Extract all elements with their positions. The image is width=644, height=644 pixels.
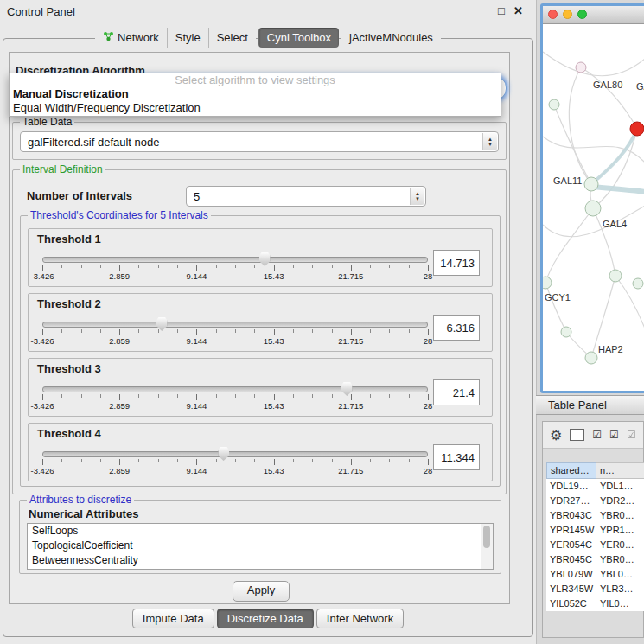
threshold-4-value-field[interactable]: 11.344 (433, 444, 480, 470)
node-gcy1[interactable] (543, 277, 552, 289)
node-label-partial: GA (636, 81, 644, 92)
cell[interactable]: YBL079W (546, 567, 596, 582)
traffic-light-minimize-icon[interactable] (563, 10, 572, 19)
slider-track[interactable] (42, 386, 428, 392)
threshold-1-slider[interactable]: -3.426 2.859 9.144 15.43 21.715 28 (42, 250, 428, 284)
tab-infer-network[interactable]: Infer Network (316, 609, 404, 628)
interval-definition-group: Interval Definition Number of Intervals … (12, 169, 507, 494)
cell[interactable]: YIL052C (546, 596, 596, 611)
threshold-label: Threshold 1 (37, 233, 483, 246)
slider-ticks (42, 459, 428, 462)
table-row[interactable]: YPR145WYPR1… (546, 523, 644, 538)
checkbox-icon[interactable]: ☑ (609, 429, 619, 441)
table-row[interactable]: YDR27…YDR2… (546, 494, 644, 508)
table-row[interactable]: YDL19…YDL1… (546, 479, 644, 494)
checkbox-icon[interactable]: ☑ (592, 429, 602, 441)
traffic-light-zoom-icon[interactable] (577, 10, 587, 19)
threshold-3-slider[interactable]: -3.426 2.859 9.144 15.43 21.715 28 (42, 379, 428, 414)
cell[interactable]: YBR043C (546, 508, 596, 523)
tick-label: 15.43 (264, 466, 284, 475)
tick-label: 21.715 (338, 271, 363, 281)
combo-stepper-icon[interactable]: ▲ ▼ (482, 133, 497, 150)
cell[interactable]: YBR0… (596, 552, 644, 567)
dropdown-option-manual-discretization[interactable]: Manual Discretization (10, 87, 501, 101)
major-tick (196, 394, 197, 400)
node[interactable] (609, 270, 622, 282)
node-selected-red[interactable] (630, 122, 644, 136)
slider-track[interactable] (42, 451, 428, 457)
traffic-light-close-icon[interactable] (548, 10, 558, 19)
list-item-topologicalcoefficient[interactable]: TopologicalCoefficient (28, 539, 493, 553)
tab-discretize-data[interactable]: Discretize Data (217, 609, 314, 628)
tab-style[interactable]: Style (167, 28, 208, 48)
cell[interactable]: YLR345W (546, 582, 596, 596)
close-window-icon[interactable]: ✕ (513, 4, 523, 17)
combo-stepper-icon[interactable]: ▲ ▼ (410, 188, 424, 205)
node-gal80[interactable] (576, 62, 586, 73)
tab-cyni-toolbox[interactable]: Cyni Toolbox (258, 28, 339, 48)
apply-button[interactable]: Apply (233, 581, 290, 602)
num-intervals-value: 5 (194, 187, 200, 206)
cell[interactable]: YER054C (546, 538, 596, 552)
table-row[interactable]: YBL079WYBL0… (546, 567, 644, 582)
threshold-2-value-field[interactable]: 6.316 (433, 315, 480, 341)
cell[interactable]: YBR0… (596, 508, 644, 523)
slider-ticks (42, 265, 428, 268)
network-view-titlebar (543, 6, 644, 24)
gear-icon[interactable]: ⚙ (550, 427, 562, 443)
node-hap2[interactable] (585, 352, 597, 364)
cell[interactable]: YPR145W (546, 523, 596, 538)
column-header-shared-name[interactable]: shared… (546, 462, 596, 479)
node-gal4[interactable] (585, 201, 601, 216)
cell[interactable]: YDR27… (546, 494, 596, 508)
cell[interactable]: YDR2… (596, 494, 644, 508)
num-intervals-combobox[interactable]: 5 ▲ ▼ (186, 186, 426, 207)
threshold-4-slider[interactable]: -3.426 2.859 9.144 15.43 21.715 28 (42, 444, 428, 479)
cell[interactable]: YBR045C (546, 552, 596, 567)
cell[interactable]: YIL0… (596, 596, 644, 611)
cell[interactable]: YER0… (596, 538, 644, 552)
node[interactable] (561, 327, 571, 337)
tab-network[interactable]: Network (95, 28, 167, 48)
tab-jactivemnodules[interactable]: jActiveMNodules (341, 28, 441, 48)
table-row[interactable]: YBR043CYBR0… (546, 508, 644, 523)
node-gal11[interactable] (584, 177, 598, 191)
slider-track[interactable] (42, 322, 428, 328)
column-header-name[interactable]: n… (596, 462, 644, 479)
checkbox-icon[interactable]: ☑ (627, 429, 636, 441)
list-item-selfloops[interactable]: SelfLoops (28, 524, 493, 539)
major-tick (428, 265, 429, 271)
cell[interactable]: YDL1… (596, 479, 644, 494)
float-window-icon[interactable]: □ (498, 4, 505, 17)
cell[interactable]: YBL0… (596, 567, 644, 582)
network-canvas[interactable]: GAL80 GAL11 GAL4 GCY1 HAP2 GA (543, 24, 644, 392)
list-scrollbar[interactable] (481, 524, 493, 569)
table-row[interactable]: YER054CYER0… (546, 538, 644, 552)
list-item-betweennesscentrality[interactable]: BetweennessCentrality (28, 553, 493, 568)
table-panel-header[interactable]: Table Panel (536, 395, 644, 415)
numerical-attributes-list[interactable]: SelfLoops TopologicalCoefficient Between… (27, 523, 494, 570)
cell[interactable]: YPR1… (596, 523, 644, 538)
table-row[interactable]: YIL052CYIL0… (546, 596, 644, 611)
columns-icon[interactable] (570, 429, 584, 441)
table-data-value: galFiltered.sif default node (28, 132, 159, 151)
node[interactable] (633, 278, 643, 289)
table-toolbar: ⚙ ☑ ☑ ☑ (543, 422, 643, 449)
table-data-combobox[interactable]: galFiltered.sif default node ▲ ▼ (20, 131, 499, 152)
threshold-2-slider[interactable]: -3.426 2.859 9.144 15.43 21.715 28 (42, 315, 428, 349)
cell[interactable]: YLR3… (596, 582, 644, 596)
table-row[interactable]: YLR345WYLR3… (546, 582, 644, 596)
tab-select[interactable]: Select (208, 28, 256, 48)
major-tick (274, 265, 275, 271)
top-tab-bar: Network Style Select Cyni Toolbox jActiv… (0, 28, 536, 48)
cell[interactable]: YDL19… (546, 479, 596, 494)
threshold-1-value-field[interactable]: 14.713 (433, 250, 480, 276)
scrollbar-thumb[interactable] (483, 526, 490, 548)
node[interactable] (549, 99, 559, 110)
dropdown-option-equal-width[interactable]: Equal Width/Frequency Discretization (10, 101, 501, 115)
threshold-3-value-field[interactable]: 21.4 (433, 379, 480, 405)
num-intervals-label: Number of Intervals (27, 189, 132, 202)
table-row[interactable]: YBR045CYBR0… (546, 552, 644, 567)
slider-track[interactable] (42, 257, 428, 263)
tab-impute-data[interactable]: Impute Data (132, 609, 214, 628)
